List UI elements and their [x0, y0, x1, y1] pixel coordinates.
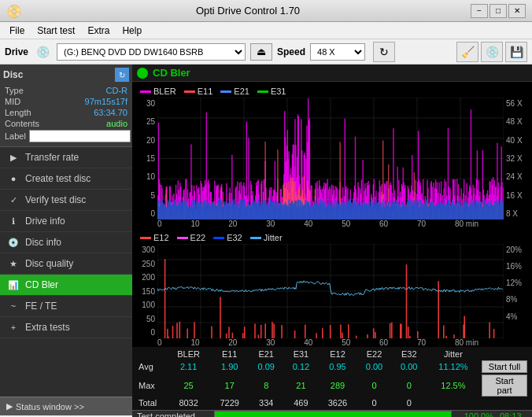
legend-e11: E11 [184, 87, 213, 96]
create-test-disc-icon: ● [8, 173, 19, 184]
top-yr-48x: 48 X [506, 117, 532, 126]
status-window-button[interactable]: ▶ Status window >> [0, 397, 132, 415]
top-y-axis-left: 30 25 20 15 10 5 0 [132, 98, 157, 220]
disc-refresh-button[interactable]: ↻ [115, 68, 129, 82]
bot-y-50: 50 [132, 315, 157, 323]
refresh-button[interactable]: ↻ [373, 42, 395, 62]
stats-row-avg: Avg 2.11 1.90 0.09 0.12 0.95 0.00 0.00 1… [135, 360, 529, 374]
top-y-25: 25 [132, 117, 157, 126]
stats-header-row: BLER E11 E21 E31 E12 E22 E32 Jitter [135, 349, 529, 360]
drive-button[interactable]: 💿 [481, 42, 503, 62]
progress-bar-outer [214, 411, 452, 417]
stats-max-btn-cell: Start part [480, 374, 529, 397]
stats-avg-e32: 0.00 [392, 360, 427, 374]
sidebar-label-create-test-disc: Create test disc [25, 173, 91, 184]
bot-x-60: 60 [379, 338, 388, 347]
save-button[interactable]: 💾 [505, 42, 527, 62]
bler-legend-color [140, 90, 151, 93]
top-x-70: 70 [417, 220, 426, 228]
stats-total-label: Total [135, 397, 167, 408]
bottom-y-axis-left: 300 250 200 150 100 50 0 [132, 244, 157, 338]
stats-max-e21: 8 [249, 374, 283, 397]
drive-select[interactable]: (G:) BENQ DVD DD DW1640 BSRB [57, 43, 246, 61]
disc-quality-icon: ★ [8, 258, 19, 269]
top-yr-40x: 40 X [506, 136, 532, 145]
sidebar-item-disc-quality[interactable]: ★ Disc quality [0, 253, 132, 275]
stats-max-label: Max [135, 374, 167, 397]
progress-bar-area: Test completed 100.0% 08:13 [132, 410, 532, 417]
disc-header: Disc ↻ [3, 68, 129, 82]
menu-file[interactable]: File [3, 24, 31, 38]
disc-label-input[interactable] [29, 130, 131, 142]
stats-header-e12: E12 [319, 349, 357, 360]
bler-legend-label: BLER [153, 87, 176, 96]
maximize-button[interactable]: □ [490, 4, 507, 18]
minimize-button[interactable]: − [471, 4, 488, 18]
sidebar-item-cd-bler[interactable]: 📊 CD Bler [0, 275, 132, 296]
sidebar-item-verify-test-disc[interactable]: ✓ Verify test disc [0, 190, 132, 211]
disc-mid-row: MID 97m15s17f [3, 96, 129, 107]
menu-help[interactable]: Help [116, 24, 148, 38]
bot-x-20: 20 [228, 338, 237, 347]
chart-header: CD Bler [132, 65, 532, 82]
status-window-icon: ▶ [6, 401, 13, 411]
top-yr-16x: 16 X [506, 191, 532, 200]
stats-row-total: Total 8032 7229 334 469 3626 0 0 [135, 397, 529, 408]
bot-y-200: 200 [132, 273, 157, 282]
eject-button[interactable]: ⏏ [250, 43, 272, 61]
disc-length-row: Length 63:34.70 [3, 107, 129, 118]
sidebar-item-disc-info[interactable]: 💿 Disc info [0, 232, 132, 253]
stats-total-btn-cell [480, 397, 529, 408]
extra-tests-icon: + [8, 322, 19, 333]
sidebar-item-drive-info[interactable]: ℹ Drive info [0, 211, 132, 232]
app-title: Opti Drive Control 1.70 [25, 5, 471, 17]
sidebar-item-fe-te[interactable]: ~ FE / TE [0, 296, 132, 317]
stats-header-e31: E31 [283, 349, 318, 360]
top-legend: BLER E11 E21 E31 [132, 85, 532, 98]
stats-area: BLER E11 E21 E31 E12 E22 E32 Jitter Avg [132, 347, 532, 410]
top-chart-wrapper: 30 25 20 15 10 5 0 56 X 48 X 40 X 32 X 2… [132, 98, 532, 220]
legend-e31: E31 [257, 87, 286, 96]
main-content: Disc ↻ Type CD-R MID 97m15s17f Length 63… [0, 65, 532, 415]
stats-row-max: Max 25 17 8 21 289 0 0 12.5% Start part [135, 374, 529, 397]
disc-contents-value: audio [106, 119, 127, 128]
top-y-10: 10 [132, 172, 157, 181]
disc-info-icon: 💿 [8, 237, 19, 248]
start-full-button[interactable]: Start full [482, 360, 527, 373]
top-chart-canvas [157, 98, 504, 220]
top-x-20: 20 [228, 220, 237, 228]
bot-x-50: 50 [342, 338, 350, 347]
close-button[interactable]: ✕ [508, 4, 526, 18]
stats-total-e32: 0 [392, 397, 427, 408]
stats-total-e21: 334 [249, 397, 283, 408]
stats-avg-label: Avg [135, 360, 167, 374]
sidebar-nav: ▶ Transfer rate ● Create test disc ✓ Ver… [0, 147, 132, 397]
e31-legend-color [257, 90, 268, 93]
stats-avg-e21: 0.09 [249, 360, 283, 374]
drive-icon: 💿 [33, 42, 52, 61]
stats-table: BLER E11 E21 E31 E12 E22 E32 Jitter Avg [135, 349, 529, 408]
stats-total-e31: 469 [283, 397, 318, 408]
eraser-button[interactable]: 🧹 [456, 42, 478, 62]
top-x-0: 0 [157, 220, 162, 228]
e32-legend-label: E32 [227, 233, 242, 242]
menu-extra[interactable]: Extra [81, 24, 116, 38]
e22-legend-label: E22 [190, 233, 206, 242]
legend-e22: E22 [177, 233, 206, 242]
disc-section: Disc ↻ Type CD-R MID 97m15s17f Length 63… [0, 65, 132, 147]
start-part-button[interactable]: Start part [482, 375, 527, 397]
bot-y-250: 250 [132, 260, 157, 268]
stats-header-e11: E11 [210, 349, 249, 360]
menu-start-test[interactable]: Start test [31, 24, 81, 38]
disc-contents-label: Contents [5, 119, 39, 128]
bot-y-100: 100 [132, 301, 157, 309]
e11-legend-color [184, 90, 195, 93]
sidebar-item-create-test-disc[interactable]: ● Create test disc [0, 168, 132, 190]
toolbar-icons: 🧹 💿 💾 [456, 42, 527, 62]
progress-bar-inner [215, 411, 451, 417]
speed-select[interactable]: 48 X [310, 43, 365, 61]
stats-header-e21: E21 [249, 349, 283, 360]
sidebar-item-transfer-rate[interactable]: ▶ Transfer rate [0, 147, 132, 168]
top-yr-56x: 56 X [506, 99, 532, 108]
sidebar-item-extra-tests[interactable]: + Extra tests [0, 317, 132, 338]
